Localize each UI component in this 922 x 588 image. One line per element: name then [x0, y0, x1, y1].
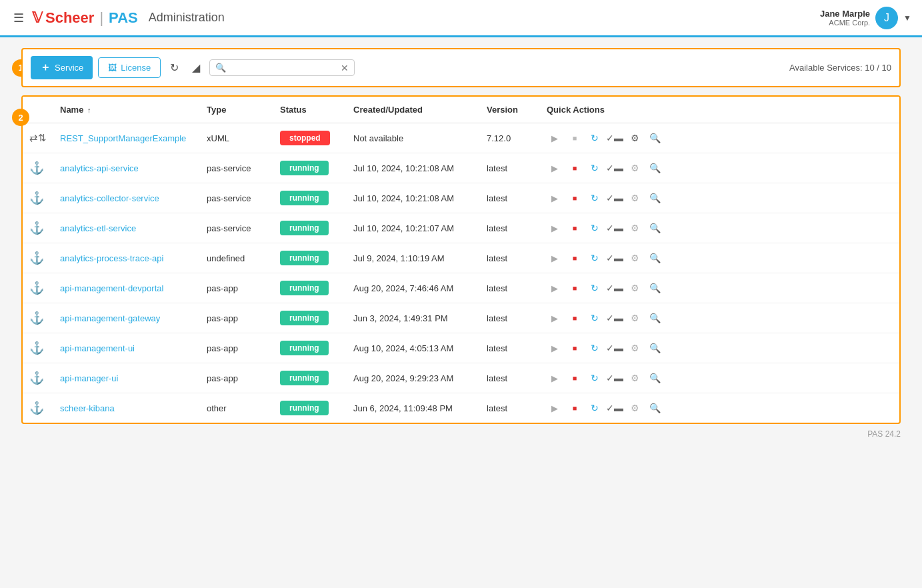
start-button[interactable]: ▶: [547, 310, 563, 326]
chevron-down-icon[interactable]: ▼: [903, 13, 911, 23]
license-icon: 🖼: [108, 63, 117, 73]
stop-button[interactable]: ■: [567, 340, 583, 356]
logs-button[interactable]: 🔍: [647, 340, 663, 356]
start-button[interactable]: ▶: [547, 340, 563, 356]
service-name-cell[interactable]: api-management-devportal: [53, 273, 200, 303]
service-name-cell[interactable]: api-management-gateway: [53, 303, 200, 333]
logs-button[interactable]: 🔍: [647, 310, 663, 326]
checklist-button[interactable]: ✓▬: [607, 190, 623, 206]
service-name-link[interactable]: api-management-gateway: [60, 313, 160, 323]
search-input[interactable]: [230, 63, 337, 73]
refresh-button[interactable]: ↻: [166, 57, 183, 78]
service-name-link[interactable]: analytics-etl-service: [60, 223, 136, 233]
checklist-button[interactable]: ✓▬: [607, 340, 623, 356]
checklist-button[interactable]: ✓▬: [607, 280, 623, 296]
logs-button[interactable]: 🔍: [647, 280, 663, 296]
start-button[interactable]: ▶: [547, 250, 563, 266]
stop-button[interactable]: ■: [567, 280, 583, 296]
logs-button[interactable]: 🔍: [647, 130, 663, 146]
stop-button[interactable]: ■: [567, 220, 583, 236]
service-name-link[interactable]: api-management-ui: [60, 343, 135, 353]
avatar[interactable]: J: [875, 7, 898, 29]
restart-button[interactable]: ↻: [587, 130, 603, 146]
service-name-cell[interactable]: api-management-ui: [53, 333, 200, 363]
settings-button[interactable]: ⚙: [627, 280, 643, 296]
checklist-button[interactable]: ✓▬: [607, 250, 623, 266]
settings-button[interactable]: ⚙: [627, 370, 643, 386]
logs-button[interactable]: 🔍: [647, 250, 663, 266]
service-name-link[interactable]: analytics-api-service: [60, 163, 139, 173]
status-badge: running: [280, 341, 329, 355]
restart-button[interactable]: ↻: [587, 370, 603, 386]
stop-button[interactable]: ■: [567, 310, 583, 326]
checklist-button[interactable]: ✓▬: [607, 400, 623, 416]
logo-separator: |: [99, 9, 103, 27]
start-button[interactable]: ▶: [547, 400, 563, 416]
service-version-cell: 7.12.0: [480, 123, 540, 153]
start-button[interactable]: ▶: [547, 280, 563, 296]
start-button[interactable]: ▶: [547, 370, 563, 386]
restart-button[interactable]: ↻: [587, 190, 603, 206]
service-created-cell: Jun 6, 2024, 11:09:48 PM: [347, 393, 480, 423]
service-name-cell[interactable]: analytics-api-service: [53, 153, 200, 183]
service-status-cell: running: [273, 273, 347, 303]
checklist-button[interactable]: ✓▬: [607, 130, 623, 146]
service-name-link[interactable]: scheer-kibana: [60, 403, 115, 413]
logs-button[interactable]: 🔍: [647, 190, 663, 206]
service-name-link[interactable]: api-manager-ui: [60, 373, 118, 383]
search-clear-button[interactable]: ✕: [341, 63, 349, 73]
stop-button[interactable]: ■: [567, 400, 583, 416]
service-name-cell[interactable]: analytics-etl-service: [53, 213, 200, 243]
service-name-link[interactable]: analytics-collector-service: [60, 193, 159, 203]
service-name-cell[interactable]: REST_SupportManagerExample: [53, 123, 200, 153]
start-button[interactable]: ▶: [547, 190, 563, 206]
settings-button[interactable]: ⚙: [627, 130, 643, 146]
logs-button[interactable]: 🔍: [647, 160, 663, 176]
stop-button[interactable]: ■: [567, 370, 583, 386]
restart-button[interactable]: ↻: [587, 280, 603, 296]
status-badge: running: [280, 401, 329, 415]
logs-button[interactable]: 🔍: [647, 400, 663, 416]
license-button[interactable]: 🖼 License: [98, 57, 161, 78]
service-name-cell[interactable]: analytics-process-trace-api: [53, 243, 200, 273]
start-button[interactable]: ▶: [547, 220, 563, 236]
settings-button[interactable]: ⚙: [627, 160, 643, 176]
service-name-cell[interactable]: api-manager-ui: [53, 363, 200, 393]
restart-button[interactable]: ↻: [587, 250, 603, 266]
service-name-cell[interactable]: analytics-collector-service: [53, 183, 200, 213]
start-button[interactable]: ▶: [547, 160, 563, 176]
restart-button[interactable]: ↻: [587, 160, 603, 176]
logs-button[interactable]: 🔍: [647, 220, 663, 236]
restart-button[interactable]: ↻: [587, 220, 603, 236]
service-name-link[interactable]: api-management-devportal: [60, 283, 163, 293]
settings-button[interactable]: ⚙: [627, 400, 643, 416]
service-name-link[interactable]: analytics-process-trace-api: [60, 253, 163, 263]
checklist-button[interactable]: ✓▬: [607, 220, 623, 236]
settings-button[interactable]: ⚙: [627, 220, 643, 236]
col-name-header[interactable]: Name ↑: [53, 97, 200, 123]
service-type-cell: undefined: [200, 243, 273, 273]
settings-button[interactable]: ⚙: [627, 340, 643, 356]
settings-button[interactable]: ⚙: [627, 190, 643, 206]
add-service-button[interactable]: ＋ Service: [31, 56, 93, 79]
start-button[interactable]: ▶: [547, 130, 563, 146]
stop-button[interactable]: ■: [567, 250, 583, 266]
settings-button[interactable]: ⚙: [627, 250, 643, 266]
restart-button[interactable]: ↻: [587, 310, 603, 326]
checklist-button[interactable]: ✓▬: [607, 310, 623, 326]
stop-button[interactable]: ■: [567, 190, 583, 206]
restart-button[interactable]: ↻: [587, 340, 603, 356]
stop-button[interactable]: ■: [567, 130, 583, 146]
checklist-button[interactable]: ✓▬: [607, 160, 623, 176]
settings-button[interactable]: ⚙: [627, 310, 643, 326]
checklist-button[interactable]: ✓▬: [607, 370, 623, 386]
service-name-link[interactable]: REST_SupportManagerExample: [60, 133, 186, 143]
service-type-cell: xUML: [200, 123, 273, 153]
filter-button[interactable]: ◢: [188, 57, 204, 78]
hamburger-icon[interactable]: ☰: [11, 8, 27, 28]
logs-button[interactable]: 🔍: [647, 370, 663, 386]
stop-button[interactable]: ■: [567, 160, 583, 176]
service-name-cell[interactable]: scheer-kibana: [53, 393, 200, 423]
xuml-icon: ⇄⇅: [29, 132, 47, 143]
restart-button[interactable]: ↻: [587, 400, 603, 416]
